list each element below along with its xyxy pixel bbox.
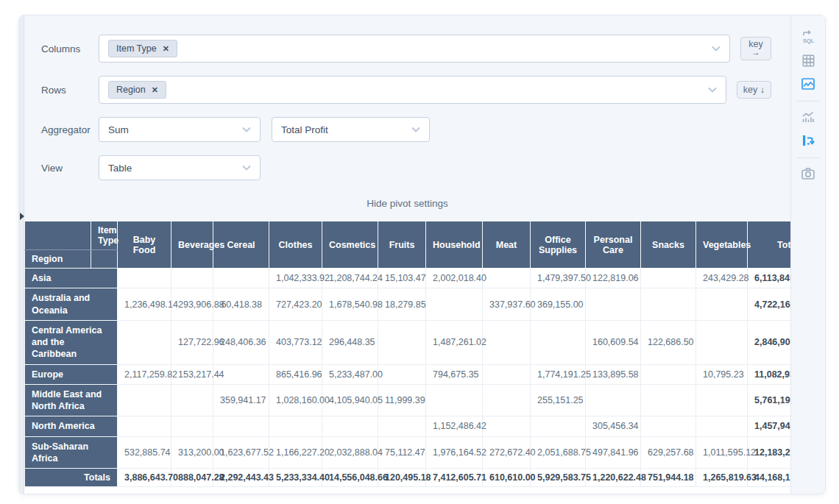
aggregator-field-value: Total Profit [281,124,328,135]
hide-pivot-settings-link[interactable]: Hide pivot settings [24,194,790,221]
column-header: Personal Care [586,221,641,269]
row-header: Middle East and North Africa [25,384,118,416]
pivot-row: Australia and Oceania1,236,498.14293,906… [25,288,811,321]
row-header: North America [25,416,118,436]
collapse-arrow-icon[interactable] [20,213,24,220]
value-cell [213,416,269,436]
pivot-card: SQL [18,15,826,494]
remove-columns-tag-icon[interactable]: ✕ [163,45,169,53]
rows-label: Rows [41,85,99,96]
remove-rows-tag-icon[interactable]: ✕ [152,86,158,94]
chevron-down-icon [712,46,721,52]
column-total-cell: 5,233,334.40 [269,469,322,487]
value-cell [586,384,641,416]
view-value: Table [108,163,132,174]
column-header: Fruits [378,221,426,269]
value-cell [118,384,171,416]
bar-chart-icon[interactable] [797,106,819,128]
value-cell: 15,103.47 [378,269,426,288]
column-header: Cosmetics [322,221,378,269]
value-cell: 2,051,688.75 [531,436,586,469]
value-cell [118,320,171,364]
column-header: Beverages [171,221,213,269]
view-select[interactable]: Table [99,155,261,180]
value-cell [171,269,213,288]
column-header: Snacks [641,221,696,269]
value-cell: 305,456.34 [586,416,641,436]
chevron-down-icon [411,127,420,132]
aggregator-setting-row: Aggregator Sum Total Profit [41,117,790,142]
pivot-row: Europe2,117,259.82153,217.44865,416.965,… [25,364,811,384]
value-cell: 1,028,160.00 [269,384,322,416]
column-header: Vegetables [696,221,748,269]
svg-text:SQL: SQL [803,38,815,44]
row-header: Central America and the Caribbean [25,320,118,364]
column-header: Clothes [269,221,322,269]
value-cell: 403,773.12 [269,320,322,364]
row-header: Europe [25,364,118,384]
value-cell [213,269,269,288]
value-cell [171,384,213,416]
chevron-down-icon [242,165,251,171]
pivot-icon[interactable] [797,129,819,152]
value-cell [483,364,531,384]
blank-header-cell [91,250,118,269]
columns-label: Columns [41,43,99,54]
value-cell: 1,042,333.92 [269,269,322,288]
column-order-button[interactable]: key → [740,37,771,60]
value-cell: 1,011,595.12 [696,436,748,469]
pivot-row: North America1,152,486.42305,456.341,457… [25,416,811,436]
rows-tag[interactable]: Region ✕ [108,81,166,99]
value-cell: 497,841.96 [586,436,641,469]
row-order-button[interactable]: key ↓ [737,81,771,99]
value-cell: 1,976,164.52 [426,436,483,469]
value-cell [378,364,426,384]
value-cell [531,416,586,436]
row-header: Sub-Saharan Africa [25,436,118,469]
right-toolbar: SQL [790,15,825,494]
value-cell: 153,217.44 [171,364,213,384]
columns-tag[interactable]: Item Type ✕ [108,40,177,57]
sql-export-icon[interactable]: SQL [797,26,819,48]
rows-select[interactable]: Region ✕ [99,76,726,104]
value-cell [426,384,483,416]
aggregator-field-select[interactable]: Total Profit [272,117,430,142]
value-cell: 1,152,486.42 [426,416,483,436]
value-cell [118,269,171,288]
column-header: Office Supplies [531,221,586,269]
aggregator-select[interactable]: Sum [99,117,261,142]
value-cell [171,416,213,436]
right-arrow-icon: → [748,48,763,58]
value-cell: 2,002,018.40 [426,269,483,288]
column-total-cell: 5,929,583.75 [531,469,586,487]
value-cell: 75,112.47 [378,436,426,469]
value-cell: 122,686.50 [641,320,696,364]
rows-setting-row: Rows Region ✕ key ↓ [41,76,790,104]
value-cell: 794,675.35 [426,364,483,384]
value-cell: 2,032,888.04 [322,436,378,469]
camera-icon[interactable] [797,163,819,185]
columns-setting-row: Columns Item Type ✕ key → [41,35,790,63]
totals-row-header: Totals [25,469,118,487]
value-cell [483,269,531,288]
value-cell: 1,479,397.50 [531,269,586,288]
columns-select[interactable]: Item Type ✕ [99,35,730,63]
column-total-cell: 1,265,819.63 [696,469,748,487]
grid-table-icon[interactable] [797,49,819,71]
value-cell [696,416,748,436]
toolbar-divider [797,101,819,102]
value-cell [426,288,483,321]
value-cell [378,320,426,364]
value-cell: 1,678,540.98 [322,288,378,321]
value-cell [483,320,531,364]
value-cell: 255,151.25 [531,384,586,416]
image-chart-icon[interactable] [797,73,819,95]
value-cell: 337,937.60 [483,288,531,321]
column-total-cell: 120,495.18 [378,469,426,487]
panel-resize-gutter[interactable] [19,15,24,494]
chevron-down-icon [708,87,717,93]
value-cell: 272,672.40 [483,436,531,469]
value-cell: 296,448.35 [322,320,378,364]
value-cell [483,384,531,416]
value-cell [269,416,322,436]
